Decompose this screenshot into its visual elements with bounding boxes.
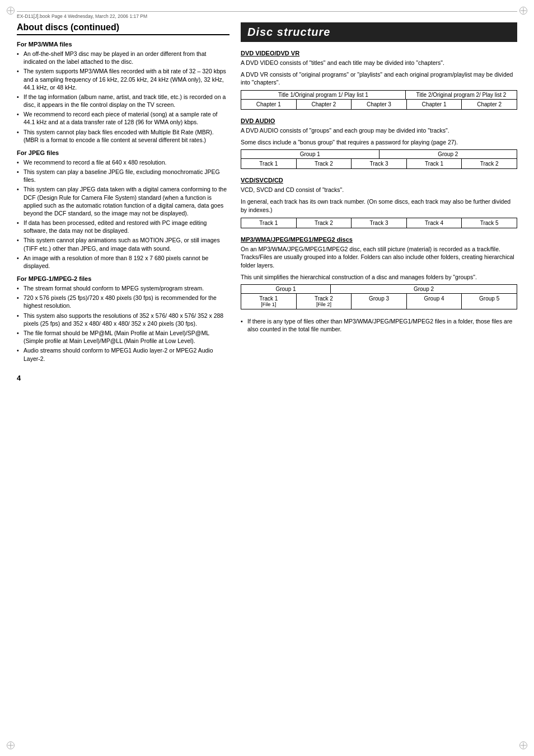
corner-mark-tr: [519, 7, 527, 15]
dvd-audio-text1: A DVD AUDIO consists of "groups" and eac…: [241, 126, 517, 135]
section-mp3-heading: For MP3/WMA files: [17, 41, 229, 48]
dvd-audio-heading: DVD AUDIO: [241, 118, 517, 124]
dvd-audio-track1: Track 1: [241, 159, 297, 168]
dvd-audio-text2: Some discs include a "bonus group" that …: [241, 138, 517, 147]
dvd-chapters-row: Chapter 1 Chapter 2 Chapter 3 Chapter 1 …: [241, 100, 517, 110]
left-column: About discs (continued) For MP3/WMA file…: [17, 22, 229, 382]
list-item: This system cannot play animations such …: [17, 236, 229, 252]
dvd-title1-label: Title 1/Original program 1/ Play list 1: [241, 90, 405, 100]
dvd-audio-diagram: Group 1 Group 2 Track 1 Track 2 Track 3 …: [241, 149, 517, 169]
dvd-chapter-3: Chapter 3: [352, 100, 407, 110]
mp3disc-heading: MP3/WMA/JPEG/MPEG1/MPEG2 discs: [241, 236, 517, 243]
list-item: If the tag information (album name, arti…: [17, 93, 229, 109]
dvd-audio-group2: Group 2: [380, 150, 517, 158]
dvd-top-labels: Title 1/Original program 1/ Play list 1 …: [241, 90, 517, 100]
mp3disc-text1: On an MP3/WMA/JPEG/MPEG1/MPEG2 disc, eac…: [241, 245, 517, 270]
mp3-cell4: Group 4: [407, 294, 462, 309]
section-mpeg-heading: For MPEG-1/MPEG-2 files: [17, 275, 229, 282]
dvd-video-text1: A DVD VIDEO consists of "titles" and eac…: [241, 59, 517, 67]
vcd-track1: Track 1: [241, 218, 297, 228]
dvd-audio-track3: Track 3: [352, 159, 407, 168]
vcd-diagram: Track 1 Track 2 Track 3 Track 4 Track 5: [241, 218, 517, 228]
right-column: Disc structure DVD VIDEO/DVD VR A DVD VI…: [241, 22, 517, 382]
list-item: If data has been processed, edited and r…: [17, 219, 229, 234]
list-item: We recommend to record each piece of mat…: [17, 110, 229, 126]
list-item: Audio streams should conform to MPEG1 Au…: [17, 346, 229, 362]
section-jpeg-heading: For JPEG files: [17, 149, 229, 156]
list-item: The file format should be MP@ML (Main Pr…: [17, 329, 229, 345]
page-container: EX-D11[J].book Page 4 Wednesday, March 2…: [0, 0, 534, 756]
dvd-audio-groups-row: Group 1 Group 2: [241, 150, 517, 159]
mp3-group1: Group 1: [241, 285, 331, 293]
corner-mark-tl: [7, 7, 15, 15]
disc-structure-title: Disc structure: [241, 22, 517, 42]
list-item: 720 x 576 pixels (25 fps)/720 x 480 pixe…: [17, 294, 229, 309]
main-layout: About discs (continued) For MP3/WMA file…: [17, 22, 517, 382]
list-item: We recommend to record a file at 640 x 4…: [17, 158, 229, 166]
vcd-text2: In general, each track has its own track…: [241, 198, 517, 214]
corner-mark-br: [519, 741, 527, 749]
list-item: An off-the-shelf MP3 disc may be played …: [17, 50, 229, 65]
vcd-track2: Track 2: [297, 218, 352, 228]
dvd-audio-track4: Track 1: [407, 159, 462, 168]
mp3-cell5: Group 5: [462, 294, 517, 309]
mp3-cell2-line1: Track 2: [315, 295, 333, 302]
vcd-heading: VCD/SVCD/CD: [241, 177, 517, 184]
list-item: This system can play a baseline JPEG fil…: [17, 168, 229, 184]
dvd-audio-track2: Track 2: [297, 159, 352, 168]
page-number: 4: [17, 374, 229, 382]
file-info: EX-D11[J].book Page 4 Wednesday, March 2…: [17, 11, 517, 19]
mp3-cell1: Track 1 [File 1]: [241, 294, 297, 309]
vcd-text1: VCD, SVCD and CD consist of "tracks".: [241, 186, 517, 194]
dvd-chapter-1: Chapter 1: [241, 100, 297, 110]
dvd-audio-tracks-row: Track 1 Track 2 Track 3 Track 1 Track 2: [241, 159, 517, 168]
mp3-cell3: Group 3: [352, 294, 407, 309]
list-item: An image with a resolution of more than …: [17, 254, 229, 270]
dvd-chapter-4: Chapter 1: [407, 100, 462, 110]
mp3-cells-row: Track 1 [File 1] Track 2 [File 2] Group …: [241, 294, 517, 309]
bottom-note-item: If there is any type of files other than…: [241, 317, 517, 333]
dvd-audio-track5: Track 2: [462, 159, 517, 168]
vcd-tracks-row: Track 1 Track 2 Track 3 Track 4 Track 5: [241, 218, 517, 228]
mp3-cell1-line2: [File 1]: [243, 302, 294, 307]
list-item: The stream format should conform to MPEG…: [17, 284, 229, 292]
vcd-track4: Track 4: [407, 218, 462, 228]
dvd-video-diagram: Title 1/Original program 1/ Play list 1 …: [241, 90, 517, 110]
vcd-track5: Track 5: [462, 218, 517, 228]
list-item: This system cannot play back files encod…: [17, 128, 229, 144]
mp3-cell2-line2: [File 2]: [299, 302, 349, 307]
dvd-chapter-2: Chapter 2: [297, 100, 352, 110]
mp3disc-text2: This unit simplifies the hierarchical co…: [241, 273, 517, 281]
mp3-bullet-list: An off-the-shelf MP3 disc may be played …: [17, 50, 229, 144]
mp3-group2: Group 2: [331, 285, 517, 293]
dvd-video-heading: DVD VIDEO/DVD VR: [241, 50, 517, 57]
mp3-cell2: Track 2 [File 2]: [297, 294, 352, 309]
dvd-audio-group1: Group 1: [241, 150, 380, 158]
dvd-chapter-5: Chapter 2: [462, 100, 517, 110]
dvd-video-text2: A DVD VR consists of "original programs"…: [241, 71, 517, 87]
dvd-title2-label: Title 2/Original program 2/ Play list 2: [405, 90, 517, 100]
list-item: The system supports MP3/WMA files record…: [17, 67, 229, 91]
mp3-diagram: Group 1 Group 2 Track 1 [File 1] Track 2…: [241, 284, 517, 309]
list-item: This system can play JPEG data taken wit…: [17, 185, 229, 217]
corner-mark-bl: [7, 741, 15, 749]
mp3-groups-row: Group 1 Group 2: [241, 285, 517, 294]
mpeg-bullet-list: The stream format should conform to MPEG…: [17, 284, 229, 363]
vcd-track3: Track 3: [352, 218, 407, 228]
list-item: This system also supports the resolution…: [17, 312, 229, 327]
bottom-note-list: If there is any type of files other than…: [241, 317, 517, 333]
jpeg-bullet-list: We recommend to record a file at 640 x 4…: [17, 158, 229, 270]
page-title: About discs (continued): [17, 22, 229, 35]
mp3-cell1-line1: Track 1: [259, 295, 278, 302]
